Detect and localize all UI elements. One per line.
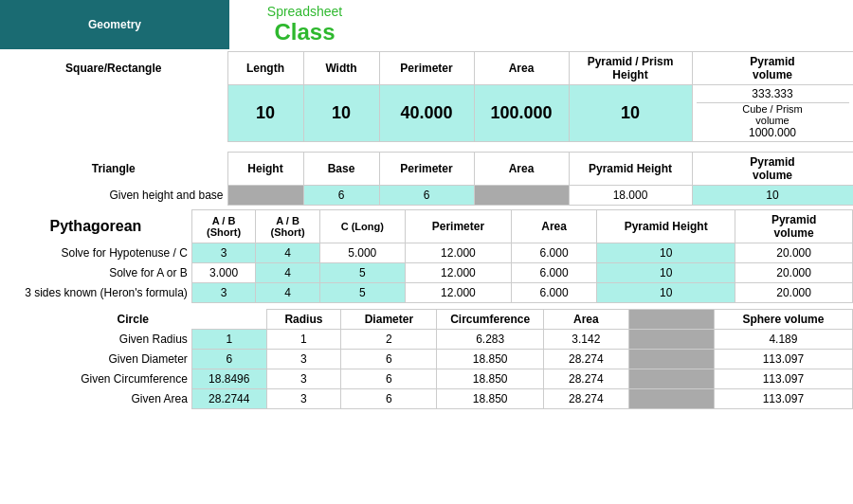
circle-col-area: Area xyxy=(543,310,628,330)
circle-row3-label: Given Circumference xyxy=(0,369,191,389)
pyth-col-b: A / B(Short) xyxy=(256,210,319,243)
circle-row3-area: 28.274 xyxy=(543,369,628,389)
pyth-row2-b[interactable]: 4 xyxy=(256,263,319,283)
tri-col-pyramid-height: Pyramid Height xyxy=(569,153,692,186)
tri-perimeter-value xyxy=(474,186,569,206)
pyth-row3-pyramid-vol: 20.000 xyxy=(735,283,853,303)
pyth-row3-a[interactable]: 3 xyxy=(191,283,255,303)
spreadsheet-class-header: Spreadsheet Class xyxy=(228,1,380,48)
triangle-title: Triangle xyxy=(0,153,227,186)
circle-row4-input[interactable]: 28.2744 xyxy=(191,389,266,409)
circle-row2-radius: 3 xyxy=(266,350,341,369)
pyth-row1-c: 5.000 xyxy=(319,243,405,263)
circle-row1-diameter: 2 xyxy=(341,330,437,350)
sr-row-spacer xyxy=(0,85,227,142)
circle-col-radius: Radius xyxy=(266,310,341,330)
circle-row3-sphere-vol: 113.097 xyxy=(714,369,852,389)
sr-pyramid-vol-value: 333.333 xyxy=(697,87,849,103)
circle-row2-label: Given Diameter xyxy=(0,350,191,369)
circle-row4-label: Given Area xyxy=(0,389,191,409)
pyth-row3-perimeter: 12.000 xyxy=(405,283,511,303)
tri-area-value: 18.000 xyxy=(569,186,692,206)
circle-row4-radius: 3 xyxy=(266,389,341,409)
circle-row2-gray xyxy=(628,350,714,369)
pyth-col-area: Area xyxy=(512,210,597,243)
tri-col-perimeter: Perimeter xyxy=(379,153,474,186)
sr-area-value: 100.000 xyxy=(474,85,569,142)
pyth-row3-pyramid-height[interactable]: 10 xyxy=(597,283,735,303)
circle-row3-diameter: 6 xyxy=(341,369,437,389)
pyth-row1-perimeter: 12.000 xyxy=(405,243,511,263)
circle-row3-circumference: 18.850 xyxy=(437,369,543,389)
sr-width-value[interactable]: 10 xyxy=(303,85,379,142)
pyth-col-c: C (Long) xyxy=(319,210,405,243)
circle-col-gray xyxy=(628,310,714,330)
sr-length-value[interactable]: 10 xyxy=(227,85,303,142)
pyth-col-pyramid-height: Pyramid Height xyxy=(597,210,735,243)
tri-pyramid-height-value[interactable]: 10 xyxy=(692,186,853,206)
circle-row1-circumference: 6.283 xyxy=(437,330,543,350)
pyth-row2-perimeter: 12.000 xyxy=(405,263,511,283)
circle-row4-sphere-vol: 113.097 xyxy=(714,389,852,409)
circle-row2-circumference: 18.850 xyxy=(437,350,543,369)
circle-row3-input[interactable]: 18.8496 xyxy=(191,369,266,389)
sr-cube-prism-value: 1000.000 xyxy=(697,126,849,139)
circle-row4-area: 28.274 xyxy=(543,389,628,409)
pyth-row2-label: Solve for A or B xyxy=(0,263,191,283)
tri-col-area: Area xyxy=(474,153,569,186)
circle-col-sphere-vol: Sphere volume xyxy=(714,310,852,330)
circle-row1-radius: 1 xyxy=(266,330,341,350)
sr-col-length: Length xyxy=(227,52,303,85)
circle-row1-gray xyxy=(628,330,714,350)
pyth-title: Pythagorean xyxy=(0,210,191,243)
pyth-row2-pyramid-vol: 20.000 xyxy=(735,263,853,283)
tri-col-base: Base xyxy=(303,153,379,186)
header-spacer xyxy=(380,1,853,48)
sr-col-perimeter: Perimeter xyxy=(379,52,474,85)
tri-given-label: Given height and base xyxy=(0,186,227,206)
pyth-col-perimeter: Perimeter xyxy=(405,210,511,243)
sr-col-area: Area xyxy=(474,52,569,85)
tri-col-height: Height xyxy=(227,153,303,186)
pyth-row3-c[interactable]: 5 xyxy=(319,283,405,303)
circle-row3-radius: 3 xyxy=(266,369,341,389)
sr-col-pyramid-volume: Pyramidvolume xyxy=(692,52,853,85)
pyth-row2-c[interactable]: 5 xyxy=(319,263,405,283)
pyth-row2-area: 6.000 xyxy=(512,263,597,283)
geometry-header: Geometry xyxy=(1,1,228,48)
pyth-row1-pyramid-height[interactable]: 10 xyxy=(597,243,735,263)
circle-row4-gray xyxy=(628,389,714,409)
circle-row1-label: Given Radius xyxy=(0,330,191,350)
circle-row1-sphere-vol: 4.189 xyxy=(714,330,852,350)
sr-col-pyramid-height: Pyramid / PrismHeight xyxy=(569,52,692,85)
sr-perimeter-value: 40.000 xyxy=(379,85,474,142)
square-rect-title: Square/Rectangle xyxy=(0,52,227,85)
circle-row2-area: 28.274 xyxy=(543,350,628,369)
tri-height-input[interactable] xyxy=(227,186,303,206)
pyth-row3-area: 6.000 xyxy=(512,283,597,303)
circle-row2-sphere-vol: 113.097 xyxy=(714,350,852,369)
pyth-row3-b[interactable]: 4 xyxy=(256,283,319,303)
circle-col-circumference: Circumference xyxy=(437,310,543,330)
pyth-row3-label: 3 sides known (Heron's formula) xyxy=(0,283,191,303)
pyth-row1-a[interactable]: 3 xyxy=(191,243,255,263)
pyth-row1-label: Solve for Hypotenuse / C xyxy=(0,243,191,263)
sr-pyramid-volume-cell: 333.333 Cube / Prismvolume 1000.000 xyxy=(692,85,853,142)
pyth-row1-b[interactable]: 4 xyxy=(256,243,319,263)
pyth-row2-pyramid-height[interactable]: 10 xyxy=(597,263,735,283)
circle-row4-diameter: 6 xyxy=(341,389,437,409)
tri-base-value[interactable]: 6 xyxy=(379,186,474,206)
circle-title: Circle xyxy=(0,310,266,330)
pyth-row1-pyramid-vol: 20.000 xyxy=(735,243,853,263)
tri-height-value[interactable]: 6 xyxy=(303,186,379,206)
pyth-row1-area: 6.000 xyxy=(512,243,597,263)
pyth-row2-a: 3.000 xyxy=(191,263,255,283)
circle-row4-circumference: 18.850 xyxy=(437,389,543,409)
sr-height-value[interactable]: 10 xyxy=(569,85,692,142)
circle-col-diameter: Diameter xyxy=(341,310,437,330)
circle-row1-input[interactable]: 1 xyxy=(191,330,266,350)
circle-row2-input[interactable]: 6 xyxy=(191,350,266,369)
sr-cube-prism-label: Cube / Prismvolume xyxy=(697,103,849,126)
tri-col-pyramid-vol: Pyramidvolume xyxy=(692,153,853,186)
sr-col-width: Width xyxy=(303,52,379,85)
